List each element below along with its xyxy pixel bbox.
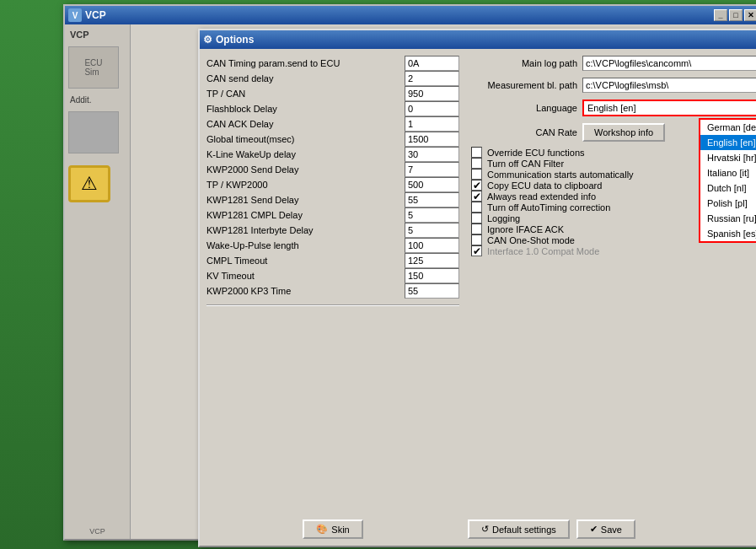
param-input-12[interactable]: [405, 238, 459, 253]
checkbox-label-5: Turn off AutoTiming correction: [487, 202, 610, 213]
title-bar-buttons: _ □ ✕: [714, 9, 756, 21]
checkbox-1[interactable]: [471, 158, 482, 169]
param-row-14: KV Timeout: [206, 268, 459, 283]
skin-button[interactable]: 🎨 Skin: [303, 519, 362, 539]
param-input-2[interactable]: [405, 86, 459, 101]
options-dialog: ⚙ Options _ □ ✕ CAN Timing param.send to…: [198, 29, 756, 547]
dropdown-item-2[interactable]: Hrvatski [hr]: [700, 150, 756, 165]
param-row-3: Flashblock Delay: [206, 101, 459, 116]
param-label-13: CMPL Timeout: [206, 256, 401, 266]
param-input-7[interactable]: [405, 162, 459, 177]
close-button[interactable]: ✕: [744, 9, 756, 21]
param-row-0: CAN Timing param.send to ECU: [206, 56, 459, 71]
param-label-3: Flashblock Delay: [206, 104, 401, 114]
app-icon: V: [68, 8, 82, 22]
checkbox-label-8: CAN One-Shot mode: [487, 235, 575, 245]
language-row: Language English [en] ▼ German [de]Engli…: [468, 100, 756, 116]
ecu-icon: ECUSim: [68, 46, 119, 89]
additional-label: Addit.: [68, 94, 126, 106]
param-label-15: KWP2000 KP3 Time: [206, 286, 401, 296]
param-label-7: KWP2000 Send Delay: [206, 164, 401, 175]
main-log-label: Main log path: [468, 58, 577, 68]
param-input-6[interactable]: [405, 147, 459, 162]
checkbox-7[interactable]: [471, 223, 482, 234]
right-bottom-buttons: ↺ Default settings ✔ Save: [468, 513, 756, 539]
param-input-9[interactable]: [405, 192, 459, 207]
main-window: V VCP _ □ ✕ VCP ECUSim Addit. ⚠ VCP: [63, 4, 756, 541]
param-label-6: K-Line WakeUp delay: [206, 149, 401, 159]
param-row-4: CAN ACK Delay: [206, 116, 459, 132]
main-window-title: VCP: [85, 9, 106, 21]
options-body: CAN Timing param.send to ECUCAN send del…: [200, 49, 756, 546]
main-window-content: VCP ECUSim Addit. ⚠ VCP ⚙ Options _ □: [65, 24, 756, 539]
options-title-left: ⚙ Options: [203, 34, 254, 46]
dropdown-item-4[interactable]: Dutch [nl]: [700, 180, 756, 196]
param-input-15[interactable]: [405, 283, 459, 299]
param-input-1[interactable]: [405, 71, 459, 86]
can-rate-label: CAN Rate: [468, 127, 577, 137]
param-input-3[interactable]: [405, 101, 459, 116]
checkbox-label-4: Always read extended info: [487, 191, 596, 202]
checkbox-label-9: Interface 1.0 Compat Mode: [487, 246, 599, 256]
main-area: ⚙ Options _ □ ✕ CAN Timing param.send to…: [131, 24, 756, 539]
main-title-bar: V VCP _ □ ✕: [65, 6, 756, 24]
warning-icon: ⚠: [68, 165, 110, 202]
maximize-button[interactable]: □: [729, 9, 743, 21]
param-label-1: CAN send delay: [206, 73, 401, 83]
default-settings-icon: ↺: [481, 524, 489, 535]
vcp-sidebar: VCP ECUSim Addit. ⚠ VCP: [65, 24, 131, 539]
checkbox-label-0: Override ECU functions: [487, 148, 585, 158]
save-button[interactable]: ✔ Save: [576, 519, 635, 539]
param-input-13[interactable]: [405, 253, 459, 268]
param-input-4[interactable]: [405, 116, 459, 132]
checkbox-0[interactable]: [471, 147, 482, 158]
checkbox-8[interactable]: [471, 234, 482, 245]
language-selected-value: English [en]: [587, 103, 635, 113]
checkbox-label-3: Copy ECU data to clipboard: [487, 180, 602, 191]
param-row-13: CMPL Timeout: [206, 253, 459, 268]
meas-bl-label: Measurement bl. path: [468, 80, 577, 90]
param-input-0[interactable]: [405, 56, 459, 71]
workshop-info-button[interactable]: Workshop info: [582, 123, 665, 142]
meas-bl-input[interactable]: [582, 78, 756, 93]
param-input-14[interactable]: [405, 268, 459, 283]
default-settings-button[interactable]: ↺ Default settings: [468, 519, 570, 539]
param-input-11[interactable]: [405, 223, 459, 238]
save-label: Save: [601, 525, 622, 535]
checkbox-4[interactable]: ✔: [471, 191, 482, 202]
title-bar-left: V VCP: [68, 8, 106, 22]
dropdown-item-6[interactable]: Russian [ru]: [700, 211, 756, 226]
param-rows: CAN Timing param.send to ECUCAN send del…: [206, 56, 459, 299]
language-label: Language: [468, 103, 577, 113]
param-input-8[interactable]: [405, 177, 459, 192]
dropdown-item-5[interactable]: Polish [pl]: [700, 196, 756, 211]
param-row-7: KWP2000 Send Delay: [206, 162, 459, 177]
param-row-15: KWP2000 KP3 Time: [206, 283, 459, 299]
dropdown-item-3[interactable]: Italiano [it]: [700, 165, 756, 180]
save-icon: ✔: [590, 524, 598, 535]
checkbox-2[interactable]: [471, 169, 482, 180]
checkbox-5[interactable]: [471, 202, 482, 213]
options-title-icon: ⚙: [203, 34, 212, 46]
param-label-14: KV Timeout: [206, 271, 401, 281]
vcp-title: VCP: [68, 28, 126, 41]
param-label-10: KWP1281 CMPL Delay: [206, 210, 401, 220]
dropdown-item-7[interactable]: Spanish [es]: [700, 226, 756, 241]
dropdown-item-0[interactable]: German [de]: [700, 120, 756, 135]
param-input-10[interactable]: [405, 207, 459, 223]
checkbox-label-2: Communication starts automatically: [487, 170, 634, 180]
param-row-9: KWP1281 Send Delay: [206, 192, 459, 207]
param-input-5[interactable]: [405, 132, 459, 147]
param-row-8: TP / KWP2000: [206, 177, 459, 192]
default-settings-label: Default settings: [492, 525, 556, 535]
minimize-button[interactable]: _: [714, 9, 727, 21]
param-row-5: Global timeout(msec): [206, 132, 459, 147]
param-label-2: TP / CAN: [206, 89, 401, 99]
checkbox-3[interactable]: ✔: [471, 180, 482, 191]
main-log-input[interactable]: [582, 56, 756, 71]
checkbox-6[interactable]: [471, 213, 482, 223]
param-label-0: CAN Timing param.send to ECU: [206, 58, 401, 68]
language-select[interactable]: English [en] ▼ German [de]English [en]Hr…: [582, 100, 756, 116]
dropdown-item-1[interactable]: English [en]: [700, 135, 756, 150]
param-row-2: TP / CAN: [206, 86, 459, 101]
